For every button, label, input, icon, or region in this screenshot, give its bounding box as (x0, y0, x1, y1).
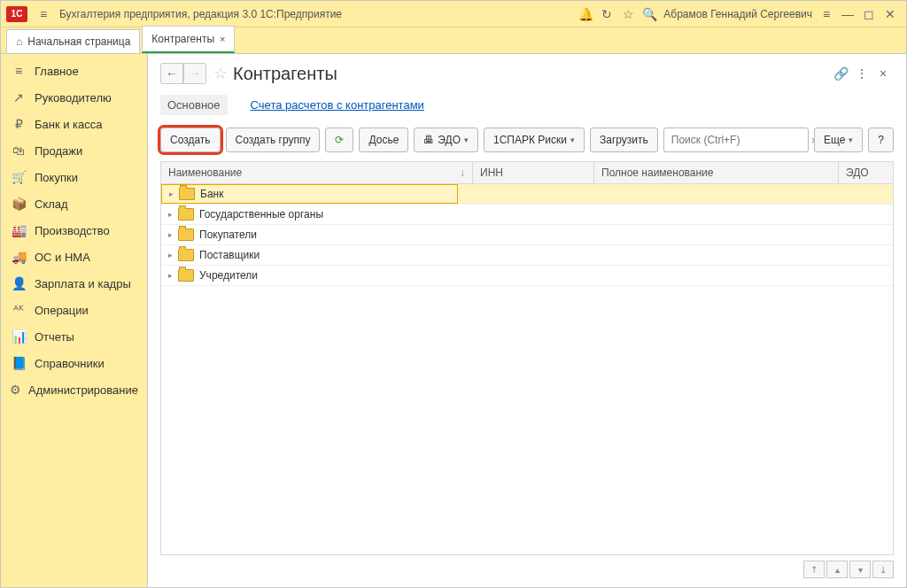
folder-icon (178, 269, 194, 282)
sidebar-item-label: Главное (35, 65, 79, 78)
nav-forward-button[interactable]: → (183, 63, 206, 84)
sidebar-icon: 📘 (10, 356, 27, 370)
table-row[interactable]: ▸Покупатели (161, 225, 893, 245)
scroll-bottom-icon[interactable]: ⤓ (872, 561, 894, 578)
col-inn[interactable]: ИНН (473, 162, 594, 183)
sidebar-item-label: Склад (35, 197, 68, 211)
sidebar-icon: 🚚 (10, 250, 27, 264)
sidebar-icon: 📦 (10, 197, 27, 211)
expand-icon[interactable]: ▸ (168, 251, 173, 259)
search-box[interactable]: × (663, 128, 809, 152)
sidebar-item-label: Зарплата и кадры (35, 277, 131, 290)
spark-risks-button[interactable]: 1СПАРК Риски▾ (484, 128, 585, 152)
sidebar-item-label: Справочники (35, 357, 105, 370)
maximize-icon[interactable]: ◻ (858, 4, 880, 25)
sidebar-item-11[interactable]: 📘Справочники (1, 350, 147, 376)
search-icon[interactable]: 🔍 (639, 4, 660, 25)
scroll-up-icon[interactable]: ▴ (826, 561, 848, 578)
menu-icon[interactable]: ≡ (33, 4, 54, 25)
sidebar-item-6[interactable]: 🏭Производство (1, 217, 147, 244)
page-header: ← → ☆ Контрагенты 🔗 ⋮ × (148, 54, 906, 89)
sidebar-icon: ⚙ (10, 383, 21, 397)
table-row[interactable]: ▸Учредители (161, 266, 893, 286)
table-row[interactable]: ▸Банк (161, 184, 893, 205)
tab-home[interactable]: ⌂ Начальная страница (6, 29, 140, 53)
nav-back-button[interactable]: ← (160, 63, 183, 84)
subtab-main[interactable]: Основное (160, 95, 228, 115)
sidebar-item-10[interactable]: 📊Отчеты (1, 323, 147, 350)
link-icon[interactable]: 🔗 (830, 63, 851, 84)
filter-icon[interactable]: ≡ (816, 4, 837, 25)
history-icon[interactable]: ↻ (596, 4, 617, 25)
user-name[interactable]: Абрамов Геннадий Сергеевич (663, 8, 812, 20)
expand-icon[interactable]: ▸ (169, 190, 174, 198)
sort-icon: ↓ (460, 166, 465, 179)
tab-close-icon[interactable]: × (220, 34, 225, 44)
page-title: Контрагенты (233, 64, 337, 84)
toolbar: Создать Создать группу ⟳ Досье 🖶ЭДО▾ 1СП… (148, 124, 906, 161)
sidebar-icon: 📊 (10, 329, 27, 344)
bell-icon[interactable]: 🔔 (575, 4, 596, 25)
close-window-icon[interactable]: ✕ (880, 4, 901, 25)
sidebar: ≡Главное↗Руководителю₽Банк и касса🛍Прода… (1, 54, 148, 587)
sidebar-item-2[interactable]: ₽Банк и касса (1, 111, 147, 137)
sidebar-item-label: Отчеты (35, 330, 74, 344)
sidebar-item-12[interactable]: ⚙Администрирование (1, 376, 147, 403)
col-full[interactable]: Полное наименование (594, 162, 839, 183)
refresh-button[interactable]: ⟳ (325, 128, 353, 152)
row-name: Государственные органы (199, 208, 323, 220)
search-input[interactable] (664, 134, 811, 146)
sidebar-item-0[interactable]: ≡Главное (1, 58, 147, 84)
table-row[interactable]: ▸Государственные органы (161, 205, 893, 225)
sidebar-icon: ᴬᴷ (10, 303, 27, 317)
expand-icon[interactable]: ▸ (168, 230, 173, 239)
close-page-icon[interactable]: × (872, 63, 894, 84)
table-row[interactable]: ▸Поставщики (161, 245, 893, 266)
expand-icon[interactable]: ▸ (168, 271, 173, 280)
sidebar-icon: ↗ (10, 90, 27, 104)
create-group-button[interactable]: Создать группу (226, 128, 321, 152)
expand-icon[interactable]: ▸ (168, 210, 173, 219)
col-name[interactable]: Наименование↓ (161, 162, 473, 183)
dossier-button[interactable]: Досье (359, 128, 408, 152)
scroll-top-icon[interactable]: ⤒ (803, 561, 825, 578)
subtab-strip: Основное Счета расчетов с контрагентами (148, 89, 906, 124)
folder-icon (178, 249, 194, 261)
kebab-icon[interactable]: ⋮ (851, 63, 872, 84)
tab-strip: ⌂ Начальная страница Контрагенты × (1, 27, 906, 54)
sidebar-item-9[interactable]: ᴬᴷОперации (1, 297, 147, 323)
table-nav-footer: ⤒ ▴ ▾ ⤓ (148, 555, 906, 587)
more-button[interactable]: Еще▾ (814, 128, 863, 152)
minimize-icon[interactable]: — (837, 4, 858, 25)
table-body: ▸Банк▸Государственные органы▸Покупатели▸… (161, 184, 893, 554)
scroll-down-icon[interactable]: ▾ (849, 561, 871, 578)
chevron-down-icon: ▾ (464, 135, 469, 144)
favorite-star-icon[interactable]: ☆ (213, 64, 228, 83)
edo-button[interactable]: 🖶ЭДО▾ (414, 128, 478, 152)
load-button[interactable]: Загрузить (590, 128, 658, 152)
help-button[interactable]: ? (868, 128, 894, 152)
sidebar-item-label: ОС и НМА (35, 251, 90, 264)
folder-icon (178, 228, 194, 241)
col-edo[interactable]: ЭДО (839, 162, 893, 183)
sidebar-item-label: Продажи (35, 144, 82, 158)
sidebar-icon: 🛍 (10, 143, 27, 158)
sidebar-item-label: Администрирование (28, 383, 138, 397)
sidebar-item-5[interactable]: 📦Склад (1, 190, 147, 217)
sidebar-item-8[interactable]: 👤Зарплата и кадры (1, 270, 147, 297)
tab-contractors[interactable]: Контрагенты × (142, 26, 235, 53)
sidebar-item-3[interactable]: 🛍Продажи (1, 137, 147, 164)
row-name: Поставщики (199, 249, 260, 261)
sidebar-item-1[interactable]: ↗Руководителю (1, 84, 147, 111)
sidebar-item-label: Производство (35, 224, 110, 237)
subtab-accounts-link[interactable]: Счета расчетов с контрагентами (244, 95, 431, 115)
star-icon[interactable]: ☆ (617, 4, 639, 25)
chevron-down-icon: ▾ (849, 135, 853, 144)
table-header: Наименование↓ ИНН Полное наименование ЭД… (161, 162, 893, 184)
app-logo: 1C (6, 6, 27, 22)
main-content: ← → ☆ Контрагенты 🔗 ⋮ × Основное Счета р… (148, 54, 906, 587)
sidebar-item-7[interactable]: 🚚ОС и НМА (1, 244, 147, 270)
sidebar-item-4[interactable]: 🛒Покупки (1, 164, 147, 190)
create-button[interactable]: Создать (160, 128, 221, 152)
home-icon: ⌂ (16, 35, 22, 48)
